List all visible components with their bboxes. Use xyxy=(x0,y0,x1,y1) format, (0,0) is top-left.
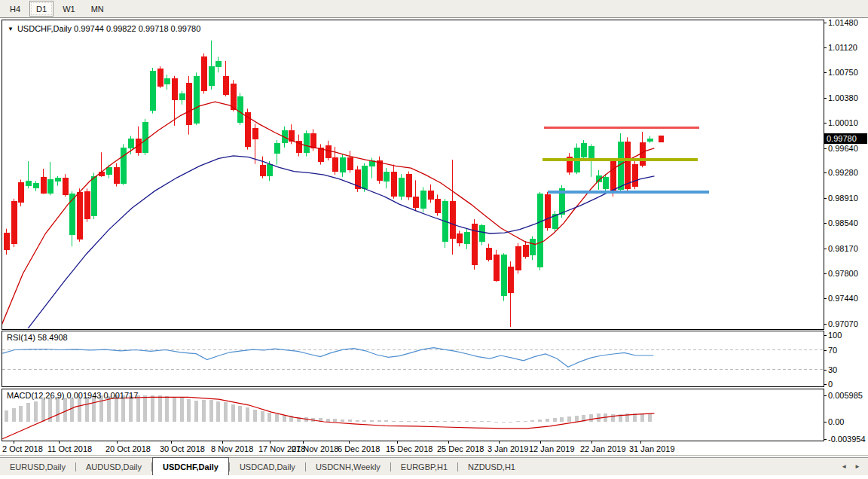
macd-histogram-bar xyxy=(348,420,352,422)
rsi-axis-label: 30 xyxy=(828,365,837,374)
tab-usdcnh-weekly[interactable]: USDCNH,Weekly xyxy=(306,458,390,475)
date-axis-label: 22 Jan 2019 xyxy=(580,444,626,453)
candle-body xyxy=(347,157,353,169)
price-axis-label: 0.97440 xyxy=(828,294,858,303)
macd-histogram-bar xyxy=(443,421,447,422)
price-axis-label: 1.00750 xyxy=(828,68,858,77)
macd-histogram-bar xyxy=(472,421,476,422)
candle-body xyxy=(33,183,38,188)
macd-histogram-bar xyxy=(465,421,469,422)
candle-body xyxy=(91,176,96,215)
candle-body xyxy=(223,76,228,94)
macd-histogram-bar xyxy=(78,398,81,422)
macd-histogram-bar xyxy=(92,396,96,422)
tab-usdchf-daily[interactable]: USDCHF,Daily xyxy=(152,457,229,475)
macd-histogram-bar xyxy=(63,398,67,422)
macd-histogram-bar xyxy=(194,401,198,422)
candle-body xyxy=(391,172,396,196)
tab-scroll-arrows: ◄► xyxy=(841,458,868,475)
candle-body xyxy=(237,96,243,122)
tab-eurusd-daily[interactable]: EURUSD,Daily xyxy=(0,458,75,475)
macd-histogram-bar xyxy=(246,407,249,422)
price-chart-canvas[interactable]: 1.014801.011201.007501.003801.000100.996… xyxy=(0,19,868,456)
macd-histogram-bar xyxy=(231,404,235,422)
date-axis-label: 6 Dec 2018 xyxy=(338,444,380,453)
macd-histogram-bar xyxy=(399,421,403,422)
price-axis-label: 0.98910 xyxy=(828,194,858,203)
macd-histogram-bar xyxy=(530,420,534,422)
candle-body xyxy=(362,166,367,188)
candle-body xyxy=(201,56,206,90)
rsi-panel-frame xyxy=(2,331,824,386)
macd-histogram-bar xyxy=(158,395,162,422)
candle-body xyxy=(310,133,316,148)
macd-histogram-bar xyxy=(575,416,579,422)
candle-body xyxy=(231,84,236,109)
date-axis-label: 31 Jan 2019 xyxy=(629,444,675,453)
macd-histogram-bar xyxy=(546,419,549,422)
tab-eurgbp-h1[interactable]: EURGBP,H1 xyxy=(391,458,457,475)
macd-histogram-bar xyxy=(414,421,417,422)
tab-usdcad-daily[interactable]: USDCAD,Daily xyxy=(230,458,305,475)
rsi-axis-label: 100 xyxy=(828,331,842,340)
price-axis-label: 1.01120 xyxy=(828,43,857,52)
tab-scroll-left-icon[interactable]: ◄ xyxy=(841,463,847,470)
candle-body xyxy=(588,146,594,157)
price-axis-label: 1.00380 xyxy=(828,93,858,102)
candle-body xyxy=(63,178,68,194)
macd-histogram-bar xyxy=(238,406,242,422)
macd-histogram-bar xyxy=(19,406,23,422)
date-axis-label: 2 Oct 2018 xyxy=(2,444,43,453)
macd-histogram-bar xyxy=(436,421,439,422)
candle-body xyxy=(114,167,119,183)
candle-body xyxy=(267,164,272,175)
tab-audusd-daily[interactable]: AUDUSD,Daily xyxy=(76,458,151,475)
current-price-label: 0.99780 xyxy=(827,134,857,143)
macd-histogram-bar xyxy=(143,395,147,422)
macd-histogram-bar xyxy=(421,421,425,422)
price-axis-label: 1.00010 xyxy=(828,118,858,127)
macd-histogram-bar xyxy=(457,421,461,422)
macd-histogram-bar xyxy=(362,420,366,422)
macd-histogram-bar xyxy=(85,397,89,422)
timeframe-button-mn[interactable]: MN xyxy=(84,1,111,17)
candle-body xyxy=(406,174,411,197)
date-axis-label: 27 Nov 2018 xyxy=(292,444,338,453)
date-axis-label: 8 Nov 2018 xyxy=(211,444,253,453)
candle-body xyxy=(450,201,455,238)
macd-histogram-bar xyxy=(173,397,176,422)
rsi-name: RSI(14) xyxy=(7,333,35,342)
candle-body xyxy=(399,178,404,196)
macd-axis-label: -0.003954 xyxy=(828,435,866,444)
candle-body xyxy=(464,232,469,243)
macd-values: 0.001943 0.001717 xyxy=(66,391,138,400)
macd-histogram-bar xyxy=(377,420,381,422)
candle-body xyxy=(121,148,126,183)
timeframe-button-d1[interactable]: D1 xyxy=(29,1,53,17)
macd-axis-label: 0.00 xyxy=(828,417,844,426)
candle-body xyxy=(523,245,528,256)
macd-histogram-bar xyxy=(333,419,337,422)
candle-body xyxy=(603,177,608,188)
macd-histogram-bar xyxy=(553,418,557,422)
candle-body xyxy=(84,191,90,218)
symbol-dropdown-icon[interactable]: ▼ xyxy=(8,26,14,32)
tab-scroll-right-icon[interactable]: ► xyxy=(854,463,860,470)
candle-body xyxy=(479,225,484,241)
timeframe-button-h4[interactable]: H4 xyxy=(3,1,27,17)
macd-histogram-bar xyxy=(384,420,388,422)
chart-symbol-label: USDCHF,Daily xyxy=(17,24,72,33)
macd-histogram-bar xyxy=(275,414,279,422)
macd-histogram-bar xyxy=(5,410,8,422)
macd-histogram-bar xyxy=(370,420,374,422)
candle-body xyxy=(428,191,433,199)
macd-histogram-bar xyxy=(487,421,491,422)
tab-nzdusd-h1[interactable]: NZDUSD,H1 xyxy=(458,458,525,475)
date-axis-label: 20 Oct 2018 xyxy=(105,444,151,453)
macd-histogram-bar xyxy=(516,421,520,422)
candle-body xyxy=(26,181,31,185)
macd-histogram-bar xyxy=(356,420,359,422)
timeframe-button-w1[interactable]: W1 xyxy=(56,1,82,17)
macd-histogram-bar xyxy=(70,398,74,422)
candle-body xyxy=(545,194,550,227)
